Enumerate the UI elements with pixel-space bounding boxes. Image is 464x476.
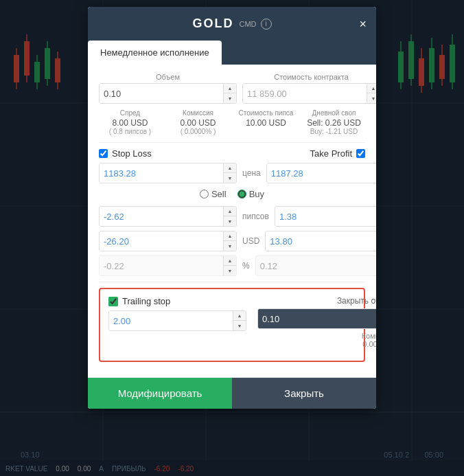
buy-radio[interactable] bbox=[237, 190, 246, 199]
contract-down[interactable]: ▼ bbox=[367, 93, 376, 103]
contract-input[interactable] bbox=[243, 84, 367, 103]
sl-pips-input[interactable] bbox=[100, 207, 223, 226]
tp-percent-input bbox=[256, 256, 376, 275]
sell-label: Sell bbox=[211, 189, 227, 199]
sl-pips-up[interactable]: ▲ bbox=[224, 207, 236, 216]
tp-usd-input-wrapper: ▲ ▼ bbox=[265, 231, 376, 251]
modal-subtitle: CMD bbox=[239, 20, 256, 28]
tab-immediate-execution[interactable]: Немедленное исполнение bbox=[88, 41, 222, 65]
commission2-value: 0.00 USD bbox=[257, 340, 376, 348]
sell-radio[interactable] bbox=[200, 190, 209, 199]
stop-loss-label[interactable]: Stop Loss bbox=[112, 148, 152, 159]
info-icon[interactable]: i bbox=[261, 19, 272, 30]
sl-percent-down[interactable]: ▼ bbox=[224, 266, 236, 275]
trailing-stop-up[interactable]: ▲ bbox=[233, 311, 246, 321]
sl-price-arrows: ▲ ▼ bbox=[223, 163, 236, 183]
pip-value: 10.00 USD bbox=[246, 118, 286, 128]
percent-label: % bbox=[242, 261, 250, 271]
modal-footer: Модифицировать Закрыть bbox=[88, 377, 376, 409]
tp-pips-wrapper: ▲ ▼ bbox=[275, 206, 376, 227]
volume-label: Объем bbox=[99, 73, 237, 81]
modify-button[interactable]: Модифицировать bbox=[88, 378, 232, 409]
commission-value: 0.00 USD bbox=[180, 118, 216, 128]
sl-percent-input-wrapper: ▲ ▼ bbox=[99, 256, 237, 276]
buy-label: Buy bbox=[249, 189, 264, 199]
take-profit-checkbox[interactable] bbox=[356, 149, 365, 158]
volume-arrows: ▲ ▼ bbox=[223, 84, 236, 103]
sell-option[interactable]: Sell bbox=[200, 189, 227, 199]
sl-usd-arrows: ▲ ▼ bbox=[223, 231, 236, 251]
sl-price-input-wrapper: ▲ ▼ bbox=[99, 163, 237, 183]
sl-pips-input-wrapper: ▲ ▼ bbox=[99, 206, 237, 227]
swap-cell: Дневной своп Sell: 0.26 USD Buy: -1.21 U… bbox=[303, 109, 365, 135]
swap-buy: Buy: -1.21 USD bbox=[310, 128, 358, 135]
info-row: Спред 8.00 USD ( 0.8 пипсов ) Комиссия 0… bbox=[99, 109, 365, 135]
close-volume-input[interactable] bbox=[258, 309, 376, 328]
tp-usd-wrapper: ▲ ▼ bbox=[265, 231, 376, 251]
stop-loss-checkbox[interactable] bbox=[99, 149, 108, 158]
close-button[interactable]: × bbox=[359, 18, 367, 30]
pip-label: Стоимость пипса bbox=[239, 109, 294, 117]
contract-group: Стоимость контракта ▲ ▼ bbox=[242, 73, 376, 104]
tp-percent-wrapper: ▲ ▼ bbox=[255, 256, 376, 276]
trailing-stop-input-wrapper: ▲ ▼ bbox=[108, 310, 246, 331]
contract-up[interactable]: ▲ bbox=[367, 84, 376, 93]
price-center-label: цена bbox=[242, 168, 261, 178]
sl-usd-up[interactable]: ▲ bbox=[224, 231, 236, 241]
spread-label: Спред bbox=[120, 109, 140, 117]
pips-label: пипсов bbox=[242, 212, 269, 221]
close-volume-label: Закрыть объем bbox=[257, 296, 376, 306]
trailing-row: Trailing stop ▲ ▼ Закрыть объем bbox=[108, 296, 356, 348]
contract-arrows: ▲ ▼ bbox=[367, 84, 376, 103]
percent-row: ▲ ▼ % ▲ ▼ bbox=[99, 256, 365, 276]
spread-value: 8.00 USD bbox=[112, 118, 148, 128]
trailing-stop-input[interactable] bbox=[109, 311, 233, 330]
tp-usd-input[interactable] bbox=[266, 231, 376, 251]
volume-up[interactable]: ▲ bbox=[224, 84, 236, 93]
modal-title: GOLD bbox=[192, 16, 233, 31]
volume-group: Объем ▲ ▼ bbox=[99, 73, 237, 104]
sl-percent-input bbox=[100, 256, 223, 275]
sl-pips-down[interactable]: ▼ bbox=[224, 216, 236, 226]
sl-price-up[interactable]: ▲ bbox=[224, 163, 236, 173]
sl-price-wrapper: ▲ ▼ bbox=[99, 163, 237, 183]
volume-down[interactable]: ▼ bbox=[224, 93, 236, 103]
buy-option[interactable]: Buy bbox=[237, 189, 264, 199]
sl-pips-wrapper: ▲ ▼ bbox=[99, 206, 237, 227]
contract-input-wrapper: ▲ ▼ bbox=[242, 83, 376, 104]
modal-overlay: GOLD CMD i × Немедленное исполнение Объе… bbox=[0, 0, 464, 476]
modal-header: GOLD CMD i × bbox=[88, 7, 376, 41]
trailing-stop-down[interactable]: ▼ bbox=[233, 321, 246, 330]
volume-input[interactable] bbox=[100, 84, 223, 103]
sl-pips-arrows: ▲ ▼ bbox=[223, 207, 236, 226]
close-order-button[interactable]: Закрыть bbox=[232, 378, 376, 409]
modal-tabs: Немедленное исполнение bbox=[88, 41, 376, 65]
commission-label: Комиссия bbox=[183, 109, 213, 117]
sl-usd-input[interactable] bbox=[100, 231, 223, 251]
modal-dialog: GOLD CMD i × Немедленное исполнение Объе… bbox=[88, 7, 376, 409]
tp-percent-input-wrapper: ▲ ▼ bbox=[255, 256, 376, 276]
sl-price-input[interactable] bbox=[100, 163, 223, 183]
trailing-left: Trailing stop ▲ ▼ bbox=[108, 296, 246, 331]
volume-input-wrapper: ▲ ▼ bbox=[99, 83, 237, 104]
spread-sub: ( 0.8 пипсов ) bbox=[109, 128, 151, 135]
trailing-stop-label[interactable]: Trailing stop bbox=[122, 296, 170, 306]
tp-price-input[interactable] bbox=[267, 163, 376, 183]
sl-usd-down[interactable]: ▼ bbox=[224, 241, 236, 251]
modal-body: Объем ▲ ▼ Стоимость контракта ▲ bbox=[88, 65, 376, 377]
trailing-stop-section: Trailing stop ▲ ▼ Закрыть объем bbox=[99, 288, 365, 362]
tp-price-input-wrapper: ▲ ▼ bbox=[266, 163, 376, 183]
tp-pips-input[interactable] bbox=[275, 207, 376, 226]
volume-row: Объем ▲ ▼ Стоимость контракта ▲ bbox=[99, 73, 365, 104]
usd-row: ▲ ▼ USD ▲ ▼ bbox=[99, 231, 365, 251]
pip-cell: Стоимость пипса 10.00 USD bbox=[235, 109, 297, 135]
divider-2 bbox=[99, 282, 365, 282]
pips-row: ▲ ▼ пипсов ▲ ▼ bbox=[99, 206, 365, 227]
take-profit-label[interactable]: Take Profit bbox=[310, 148, 352, 159]
sl-percent-up[interactable]: ▲ bbox=[224, 256, 236, 266]
close-volume-input-wrapper: ▲ ▼ bbox=[257, 308, 376, 329]
sl-price-down[interactable]: ▼ bbox=[224, 173, 236, 183]
spread-cell: Спред 8.00 USD ( 0.8 пипсов ) bbox=[99, 109, 161, 135]
trailing-stop-checkbox[interactable] bbox=[108, 297, 118, 306]
tp-pips-input-wrapper: ▲ ▼ bbox=[275, 206, 376, 227]
